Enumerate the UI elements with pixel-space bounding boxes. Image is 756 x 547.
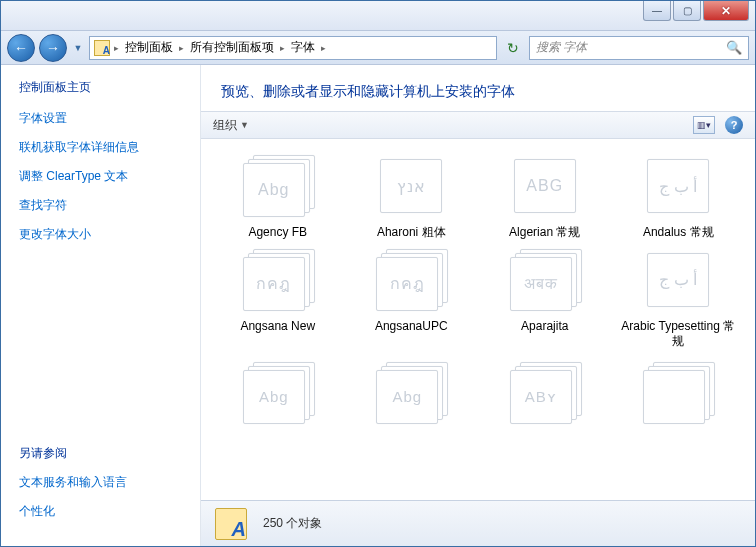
- view-icon: ▥: [697, 120, 706, 130]
- font-sample: [643, 370, 705, 424]
- font-item[interactable]: AbgAgency FB: [211, 153, 345, 241]
- search-input[interactable]: 搜索 字体 🔍: [529, 36, 749, 60]
- search-icon[interactable]: 🔍: [726, 40, 742, 55]
- history-dropdown[interactable]: ▼: [71, 43, 85, 53]
- status-bar: 250 个对象: [201, 500, 755, 546]
- font-item[interactable]: أ ب جAndalus 常规: [612, 153, 746, 241]
- font-label: Agency FB: [248, 225, 307, 241]
- chevron-down-icon: ▾: [706, 120, 711, 130]
- font-item[interactable]: אנץAharoni 粗体: [345, 153, 479, 241]
- sidebar: 控制面板主页 字体设置 联机获取字体详细信息 调整 ClearType 文本 查…: [1, 65, 201, 546]
- refresh-button[interactable]: ↻: [501, 40, 525, 56]
- font-preview-icon: أ ب ج: [639, 247, 717, 313]
- font-preview-icon: Abg: [239, 360, 317, 426]
- font-label: Arabic Typesetting 常规: [618, 319, 738, 350]
- font-item[interactable]: กคฎAngsana New: [211, 247, 345, 350]
- folder-icon: [94, 40, 110, 56]
- font-label: Algerian 常规: [509, 225, 580, 241]
- search-placeholder: 搜索 字体: [536, 39, 587, 56]
- font-sample: אנץ: [380, 159, 442, 213]
- navigation-bar: ← → ▼ ▸ 控制面板 ▸ 所有控制面板项 ▸ 字体 ▸ ↻ 搜索 字体 🔍: [1, 31, 755, 65]
- font-item[interactable]: Abg: [211, 356, 345, 432]
- sidebar-link-personalization[interactable]: 个性化: [19, 503, 182, 520]
- font-preview-icon: ABG: [506, 153, 584, 219]
- breadcrumb[interactable]: 字体: [289, 39, 317, 56]
- chevron-right-icon: ▸: [280, 43, 285, 53]
- font-label: Aharoni 粗体: [377, 225, 446, 241]
- font-sample: Abg: [243, 370, 305, 424]
- font-sample: Abg: [376, 370, 438, 424]
- font-label: Aparajita: [521, 319, 568, 335]
- chevron-right-icon: ▸: [321, 43, 326, 53]
- font-preview-icon: กคฎ: [239, 247, 317, 313]
- maximize-button[interactable]: ▢: [673, 1, 701, 21]
- chevron-down-icon[interactable]: ▼: [240, 120, 249, 130]
- organize-button[interactable]: 组织: [213, 117, 237, 134]
- font-preview-icon: Abg: [372, 360, 450, 426]
- breadcrumb[interactable]: 控制面板: [123, 39, 175, 56]
- sidebar-link-text-services[interactable]: 文本服务和输入语言: [19, 474, 182, 491]
- font-item[interactable]: ABGAlgerian 常规: [478, 153, 612, 241]
- font-sample: ABʏ: [510, 370, 572, 424]
- font-preview-icon: أ ب ج: [639, 153, 717, 219]
- sidebar-link-online-fonts[interactable]: 联机获取字体详细信息: [19, 139, 182, 156]
- font-sample: Abg: [243, 163, 305, 217]
- sidebar-link-font-size[interactable]: 更改字体大小: [19, 226, 182, 243]
- font-sample: أ ب ج: [647, 253, 709, 307]
- help-button[interactable]: ?: [725, 116, 743, 134]
- font-item[interactable]: Abg: [345, 356, 479, 432]
- window-titlebar: — ▢ ✕: [1, 1, 755, 31]
- font-label: Andalus 常规: [643, 225, 714, 241]
- font-sample: أ ب ج: [647, 159, 709, 213]
- breadcrumb[interactable]: 所有控制面板项: [188, 39, 276, 56]
- font-item[interactable]: अबकAparajita: [478, 247, 612, 350]
- font-preview-icon: Abg: [239, 153, 317, 219]
- font-item[interactable]: أ ب جArabic Typesetting 常规: [612, 247, 746, 350]
- font-preview-icon: ABʏ: [506, 360, 584, 426]
- minimize-button[interactable]: —: [643, 1, 671, 21]
- view-options-button[interactable]: ▥ ▾: [693, 116, 715, 134]
- font-item[interactable]: ABʏ: [478, 356, 612, 432]
- font-preview-icon: अबक: [506, 247, 584, 313]
- chevron-right-icon: ▸: [179, 43, 184, 53]
- status-count: 250 个对象: [263, 515, 322, 532]
- font-item[interactable]: กคฎAngsanaUPC: [345, 247, 479, 350]
- font-sample: กคฎ: [243, 257, 305, 311]
- font-preview-icon: กคฎ: [372, 247, 450, 313]
- font-sample: ABG: [514, 159, 576, 213]
- sidebar-link-font-settings[interactable]: 字体设置: [19, 110, 182, 127]
- font-label: Angsana New: [240, 319, 315, 335]
- back-button[interactable]: ←: [7, 34, 35, 62]
- sidebar-see-also-heading: 另请参阅: [19, 445, 182, 462]
- font-sample: अबक: [510, 257, 572, 311]
- toolbar: 组织 ▼ ▥ ▾ ?: [201, 111, 755, 139]
- sidebar-link-find-character[interactable]: 查找字符: [19, 197, 182, 214]
- font-item[interactable]: [612, 356, 746, 432]
- close-button[interactable]: ✕: [703, 1, 749, 21]
- font-grid: AbgAgency FBאנץAharoni 粗体ABGAlgerian 常规أ…: [201, 139, 755, 546]
- sidebar-link-cleartype[interactable]: 调整 ClearType 文本: [19, 168, 182, 185]
- font-sample: กคฎ: [376, 257, 438, 311]
- address-bar[interactable]: ▸ 控制面板 ▸ 所有控制面板项 ▸ 字体 ▸: [89, 36, 497, 60]
- main-panel: 预览、删除或者显示和隐藏计算机上安装的字体 组织 ▼ ▥ ▾ ? AbgAgen…: [201, 65, 755, 546]
- fonts-folder-icon: [215, 508, 247, 540]
- page-title: 预览、删除或者显示和隐藏计算机上安装的字体: [201, 65, 755, 111]
- font-preview-icon: אנץ: [372, 153, 450, 219]
- sidebar-heading: 控制面板主页: [19, 79, 182, 96]
- forward-button[interactable]: →: [39, 34, 67, 62]
- chevron-right-icon: ▸: [114, 43, 119, 53]
- font-preview-icon: [639, 360, 717, 426]
- font-label: AngsanaUPC: [375, 319, 448, 335]
